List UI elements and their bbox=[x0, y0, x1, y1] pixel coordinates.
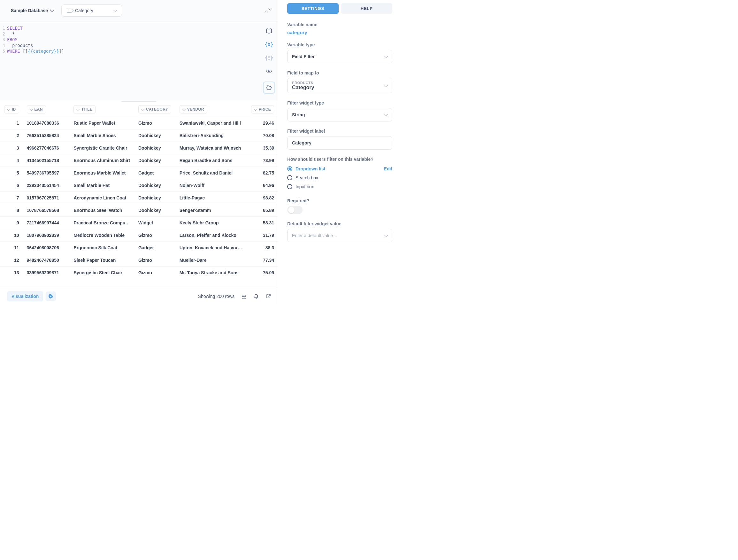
radio-dropdown-list[interactable]: Dropdown list Edit bbox=[287, 164, 392, 173]
chevron-down-icon bbox=[76, 107, 80, 110]
sql-editor-textarea[interactable]: 12345 SELECT * FROM products WHERE [[{{c… bbox=[0, 21, 260, 100]
edit-dropdown-link[interactable]: Edit bbox=[384, 166, 392, 171]
table-row[interactable]: 129482467478850Sleek Paper ToucanGizmoMu… bbox=[0, 254, 278, 267]
variables-icon[interactable]: {x} bbox=[266, 41, 272, 48]
radio-input-box[interactable]: Input box bbox=[287, 182, 392, 191]
results-footer: Visualization Showing 200 rows bbox=[0, 288, 278, 305]
table-row[interactable]: 97217466997444Practical Bronze ComputerW… bbox=[0, 217, 278, 229]
default-value-dropdown[interactable]: Enter a default value… bbox=[287, 229, 392, 242]
label-widget-label: Filter widget label bbox=[287, 128, 392, 133]
table-row[interactable]: 34966277046676Synergistic Granite ChairD… bbox=[0, 142, 278, 155]
reference-icon[interactable] bbox=[266, 28, 272, 34]
query-topbar: Sample Database Category bbox=[0, 0, 278, 21]
table-row[interactable]: 11018947080336Rustic Paper WalletGizmoSw… bbox=[0, 117, 278, 129]
filter-pill-label: Category bbox=[75, 8, 93, 13]
download-icon[interactable] bbox=[242, 294, 247, 299]
table-row[interactable]: 81078766578568Enormous Steel WatchDoohic… bbox=[0, 204, 278, 217]
tag-icon bbox=[67, 9, 72, 12]
variable-type-dropdown[interactable]: Field Filter bbox=[287, 50, 392, 63]
label-variable-name: Variable name bbox=[287, 22, 392, 27]
label-field-map: Field to map to bbox=[287, 70, 392, 75]
chevron-down-icon bbox=[29, 107, 33, 110]
radio-icon bbox=[287, 184, 292, 189]
chevron-down-icon bbox=[7, 107, 10, 110]
chevron-down-icon bbox=[254, 107, 257, 110]
visualization-button[interactable]: Visualization bbox=[7, 291, 43, 301]
run-query-button[interactable] bbox=[263, 81, 275, 94]
line-gutter: 12345 bbox=[0, 25, 7, 68]
results-table: IDEANTITLECATEGORYVENDORPRICE 1101894708… bbox=[0, 102, 278, 288]
bell-icon[interactable] bbox=[254, 294, 259, 299]
column-header-id[interactable]: ID bbox=[0, 102, 23, 117]
snippets-icon[interactable]: {≡} bbox=[266, 55, 272, 61]
chevron-down-icon bbox=[384, 83, 388, 87]
column-header-price[interactable]: PRICE bbox=[247, 102, 278, 117]
chevron-down-icon bbox=[50, 8, 54, 12]
radio-search-box[interactable]: Search box bbox=[287, 173, 392, 182]
column-header-ean[interactable]: EAN bbox=[23, 102, 70, 117]
radio-icon bbox=[287, 175, 292, 180]
required-toggle[interactable] bbox=[287, 206, 303, 214]
widget-label-input[interactable] bbox=[287, 136, 392, 150]
gear-icon bbox=[48, 294, 53, 299]
database-name: Sample Database bbox=[11, 8, 48, 13]
variable-name-value: category bbox=[287, 30, 392, 35]
tab-settings[interactable]: SETTINGS bbox=[287, 3, 339, 14]
table-row[interactable]: 113642408008706Ergonomic Silk CoatGadget… bbox=[0, 242, 278, 254]
chevron-down-icon bbox=[384, 54, 388, 58]
table-row[interactable]: 27663515285824Small Marble ShoesDoohicke… bbox=[0, 129, 278, 142]
label-variable-type: Variable type bbox=[287, 42, 392, 47]
database-picker[interactable]: Sample Database bbox=[11, 8, 54, 13]
chevron-down-icon bbox=[113, 8, 117, 12]
chevron-down-icon bbox=[141, 107, 144, 110]
radio-icon bbox=[287, 166, 292, 171]
field-map-dropdown[interactable]: PRODUCTS Category bbox=[287, 78, 392, 93]
table-row[interactable]: 55499736705597Enormous Marble WalletGadg… bbox=[0, 167, 278, 179]
column-header-title[interactable]: TITLE bbox=[70, 102, 134, 117]
table-row[interactable]: 70157967025871Aerodynamic Linen CoatDooh… bbox=[0, 192, 278, 204]
column-header-vendor[interactable]: VENDOR bbox=[176, 102, 247, 117]
filter-pill-category[interactable]: Category bbox=[61, 4, 122, 17]
column-header-category[interactable]: CATEGORY bbox=[134, 102, 176, 117]
contract-icon[interactable] bbox=[266, 8, 271, 13]
tab-help[interactable]: HELP bbox=[341, 3, 393, 14]
preview-icon[interactable] bbox=[266, 68, 272, 74]
label-widget-type: Filter widget type bbox=[287, 100, 392, 105]
table-row[interactable]: 130399569209871Synergistic Steel ChairGi… bbox=[0, 267, 278, 279]
table-row[interactable]: 101807963902339Mediocre Wooden TableGizm… bbox=[0, 229, 278, 242]
table-row[interactable]: 62293343551454Small Marble HatDoohickeyN… bbox=[0, 179, 278, 192]
chevron-down-icon bbox=[384, 112, 388, 116]
chevron-down-icon bbox=[384, 233, 388, 237]
viz-settings-button[interactable] bbox=[46, 291, 56, 301]
chevron-down-icon bbox=[182, 107, 186, 110]
sql-editor: 12345 SELECT * FROM products WHERE [[{{c… bbox=[0, 21, 278, 100]
share-icon[interactable] bbox=[266, 294, 271, 299]
row-count: Showing 200 rows bbox=[198, 294, 235, 299]
widget-type-dropdown[interactable]: String bbox=[287, 108, 392, 121]
variable-sidebar: SETTINGS HELP Variable name category Var… bbox=[278, 0, 401, 305]
label-filter-how: How should users filter on this variable… bbox=[287, 157, 392, 162]
sql-code: SELECT * FROM products WHERE [[{{categor… bbox=[7, 25, 64, 68]
label-default-value: Default filter widget value bbox=[287, 221, 392, 226]
label-required: Required? bbox=[287, 198, 392, 203]
table-row[interactable]: 44134502155718Enormous Aluminum ShirtDoo… bbox=[0, 155, 278, 167]
